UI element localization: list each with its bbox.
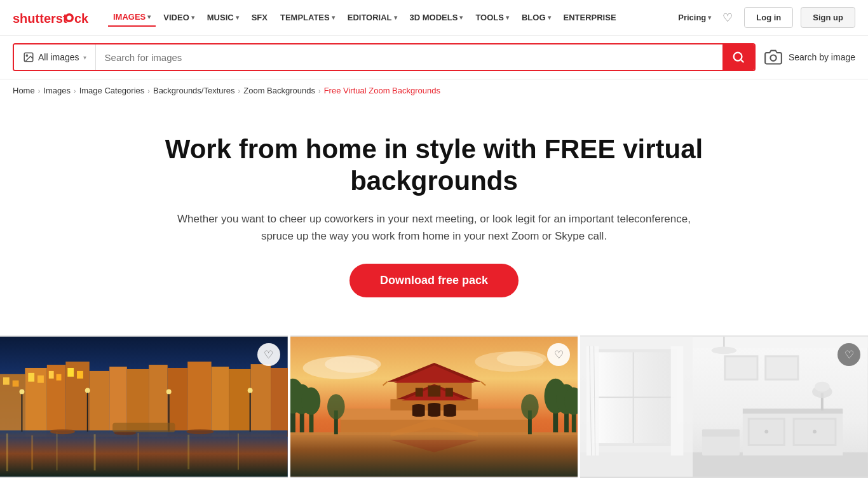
breadcrumb-separator: › (318, 87, 321, 95)
search-filter-dropdown[interactable]: All images ▾ (14, 44, 96, 70)
svg-rect-33 (6, 433, 8, 471)
svg-point-62 (301, 388, 320, 415)
svg-point-56 (496, 351, 546, 367)
svg-rect-38 (187, 435, 189, 469)
search-submit-button[interactable] (722, 44, 754, 70)
svg-rect-18 (57, 374, 62, 381)
svg-point-111 (765, 430, 769, 434)
svg-point-6 (734, 53, 742, 61)
svg-point-42 (186, 430, 214, 435)
image-grid: ♡ (0, 323, 868, 478)
forbidden-city-image (290, 336, 578, 478)
breadcrumb-images[interactable]: Images (43, 86, 71, 95)
svg-rect-29 (229, 369, 250, 437)
svg-rect-101 (587, 346, 599, 456)
svg-rect-80 (428, 386, 440, 397)
search-icon (731, 50, 745, 64)
favorite-button-canal[interactable]: ♡ (257, 343, 280, 366)
nav-item-blog[interactable]: BLOG ▾ (517, 9, 556, 26)
svg-rect-37 (137, 433, 139, 470)
svg-text:ck: ck (74, 11, 89, 25)
nav-item-tools[interactable]: TOOLS ▾ (470, 9, 514, 26)
image-card-forbidden-city: ♡ (290, 336, 578, 478)
svg-rect-81 (445, 388, 453, 397)
svg-rect-22 (90, 371, 109, 437)
breadcrumb-image-categories[interactable]: Image Categories (79, 86, 145, 95)
svg-rect-51 (112, 423, 175, 433)
nav-item-templates[interactable]: TEMPLATES ▾ (275, 9, 340, 26)
search-bar: All images ▾ (13, 43, 756, 71)
svg-point-8 (770, 55, 776, 61)
svg-point-46 (85, 388, 90, 393)
signup-button[interactable]: Sign up (801, 7, 855, 28)
image-icon (23, 51, 34, 63)
nav-item-video[interactable]: VIDEO ▾ (158, 9, 199, 26)
search-by-image-button[interactable]: Search by image (763, 47, 855, 67)
nav-item-music[interactable]: MUSIC ▾ (202, 9, 244, 26)
svg-rect-27 (187, 362, 211, 437)
breadcrumb-separator: › (147, 87, 150, 95)
svg-rect-39 (238, 433, 239, 470)
nav-item-3d-models[interactable]: 3D MODELS ▾ (405, 9, 468, 26)
chevron-down-icon: ▾ (394, 14, 397, 21)
camera-icon (763, 47, 783, 67)
svg-point-44 (20, 390, 25, 395)
nav-item-editorial[interactable]: EDITORIAL ▾ (342, 9, 402, 26)
svg-point-2 (67, 15, 72, 20)
pricing-button[interactable]: Pricing ▾ (678, 13, 711, 22)
download-free-pack-button[interactable]: Download free pack (349, 264, 519, 297)
white-room-image (580, 336, 868, 478)
svg-text:shutterst: shutterst (13, 11, 67, 25)
svg-point-40 (50, 430, 75, 435)
breadcrumb-current: Free Virtual Zoom Backgrounds (324, 86, 440, 95)
favorite-button-white-room[interactable]: ♡ (837, 343, 860, 366)
search-input[interactable] (96, 44, 722, 70)
hero-section: Work from home in style with FREE virtua… (0, 102, 868, 323)
chevron-down-icon: ▾ (191, 14, 194, 21)
svg-rect-83 (428, 403, 440, 417)
hero-title: Work from home in style with FREE virtua… (148, 133, 720, 198)
svg-rect-87 (290, 433, 578, 435)
chevron-down-icon: ▾ (83, 54, 86, 61)
svg-rect-106 (743, 409, 843, 414)
breadcrumb-separator: › (74, 87, 76, 95)
nav-item-sfx[interactable]: SFX (247, 9, 273, 26)
search-bar-section: All images ▾ Search by image (0, 36, 868, 79)
svg-rect-117 (726, 357, 757, 378)
breadcrumb-home[interactable]: Home (13, 86, 35, 95)
svg-rect-31 (271, 368, 288, 437)
breadcrumb-zoom-backgrounds[interactable]: Zoom Backgrounds (243, 86, 315, 95)
svg-point-92 (521, 394, 539, 419)
canal-image (0, 336, 288, 478)
svg-rect-20 (67, 368, 74, 377)
svg-rect-84 (444, 404, 456, 417)
main-nav: IMAGES ▾ VIDEO ▾ MUSIC ▾ SFX TEMPLATES ▾… (108, 8, 665, 27)
chevron-down-icon: ▾ (506, 14, 509, 21)
svg-rect-12 (13, 381, 19, 387)
svg-rect-11 (3, 377, 10, 385)
svg-point-123 (712, 347, 736, 355)
svg-point-90 (327, 394, 345, 419)
svg-rect-120 (702, 433, 740, 455)
nav-item-enterprise[interactable]: ENTERPRISE (559, 9, 621, 26)
chevron-down-icon: ▾ (708, 14, 711, 21)
svg-point-5 (26, 55, 27, 56)
logo[interactable]: shutterst ck (13, 9, 95, 27)
breadcrumb-separator: › (38, 87, 41, 95)
chevron-down-icon: ▾ (332, 14, 335, 21)
chevron-down-icon: ▾ (459, 14, 463, 21)
svg-point-50 (248, 388, 253, 393)
svg-rect-82 (412, 404, 425, 417)
chevron-down-icon: ▾ (147, 13, 151, 20)
login-button[interactable]: Log in (744, 7, 793, 28)
svg-point-112 (813, 430, 817, 434)
svg-rect-104 (671, 346, 684, 456)
nav-item-images[interactable]: IMAGES ▾ (108, 8, 156, 27)
svg-rect-35 (57, 432, 58, 471)
svg-rect-15 (37, 376, 44, 383)
breadcrumb-separator: › (238, 87, 241, 95)
svg-point-48 (166, 390, 172, 395)
favorites-button[interactable]: ♡ (719, 9, 736, 27)
breadcrumb-backgrounds-textures[interactable]: Backgrounds/Textures (153, 86, 235, 95)
svg-rect-30 (251, 364, 271, 437)
